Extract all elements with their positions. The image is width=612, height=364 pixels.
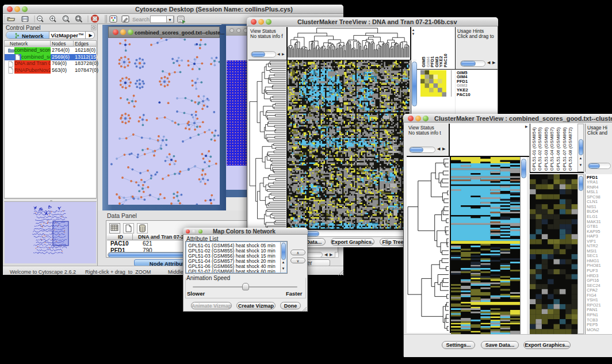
svg-text:GPL51-08 (GSM872): GPL51-08 (GSM872) [568,127,573,171]
svg-text:GPL51-03 (GSM856): GPL51-03 (GSM856) [544,127,549,171]
svg-text:GPL51-01 (GSM854): GPL51-01 (GSM854) [531,127,537,171]
svg-text:GPL51-02 (GSM855): GPL51-02 (GSM855) [537,127,542,171]
svg-text:GPL51-07 (GSM868): GPL51-07 (GSM868) [562,127,567,171]
svg-text:GPL51-04 (GSM857): GPL51-04 (GSM857) [549,127,554,171]
svg-text:GPL51-06 (GSM865): GPL51-06 (GSM865) [556,127,561,171]
svg-text:PAC10: PAC10 [442,53,447,67]
